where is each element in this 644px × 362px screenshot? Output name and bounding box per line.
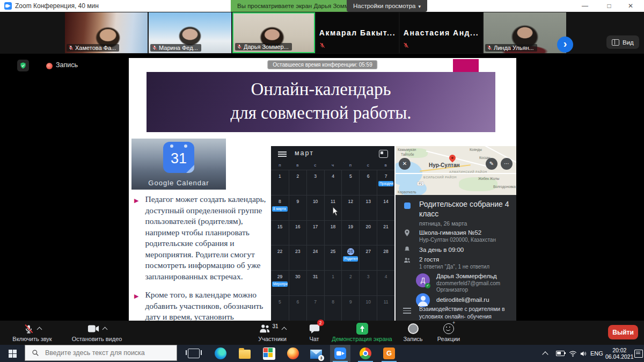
- record-button[interactable]: Запись: [398, 322, 428, 342]
- windows-logo-icon: [9, 350, 17, 358]
- calendar-day-cell[interactable]: 7: [306, 295, 324, 321]
- battery-tray-icon[interactable]: [556, 345, 565, 362]
- reactions-button[interactable]: + Реакции: [432, 322, 465, 342]
- participants-strip: Хаметова Фа... Марина Фед... Дарья Зомме…: [0, 12, 644, 54]
- chrome-taskbar-icon[interactable]: [355, 345, 376, 362]
- calendar-day-cell[interactable]: 6: [359, 170, 377, 195]
- menu-icon[interactable]: [278, 151, 287, 157]
- calendar-day-cell[interactable]: 20: [359, 220, 377, 245]
- search-input[interactable]: [44, 349, 170, 357]
- calendar-today-icon[interactable]: [379, 150, 388, 158]
- minimize-button[interactable]: —: [577, 0, 593, 12]
- calendar-event-chip[interactable]: Праздник: [378, 181, 393, 186]
- calendar-day-cell[interactable]: 28: [377, 245, 394, 270]
- task-view-button[interactable]: [184, 345, 204, 362]
- calendar-day-cell[interactable]: 7Праздник: [377, 170, 394, 195]
- view-settings-dropdown[interactable]: Настройки просмотра▾: [347, 0, 427, 12]
- calendar-day-cell[interactable]: 9: [341, 295, 359, 321]
- calendar-day-cell[interactable]: 5: [341, 170, 359, 195]
- participant-tile-active-speaker[interactable]: Дарья Зоммер...: [232, 12, 315, 53]
- calendar-day-cell[interactable]: 21: [377, 220, 394, 245]
- calendar-day-cell[interactable]: 29Мероприятие: [271, 270, 289, 295]
- calendar-day-cell[interactable]: 26Родительское: [341, 245, 359, 270]
- shield-check-icon: [19, 62, 27, 69]
- share-screen-button[interactable]: Демонстрация экрана: [328, 322, 396, 342]
- calendar-day-cell[interactable]: 18: [324, 220, 342, 245]
- calendar-day-cell[interactable]: 5: [271, 295, 289, 321]
- calendar-day-cell[interactable]: 3: [359, 270, 377, 295]
- calendar-event-chip[interactable]: 8 марта: [272, 206, 288, 212]
- calendar-day-cell[interactable]: 16: [289, 220, 306, 245]
- stop-video-button[interactable]: Остановить видео: [63, 322, 130, 342]
- leave-meeting-button[interactable]: Выйти: [608, 325, 638, 339]
- view-layout-button[interactable]: Вид: [606, 35, 639, 49]
- participant-tile[interactable]: Хаметова Фа...: [65, 12, 148, 53]
- g-app-taskbar-icon[interactable]: G: [379, 345, 399, 362]
- clock-tray[interactable]: 20:0206.04.2021: [605, 345, 634, 362]
- calendar-day-cell[interactable]: 4: [324, 170, 342, 195]
- calendar-event-chip[interactable]: Мероприятие: [272, 281, 288, 287]
- calendar-day-cell[interactable]: 19: [341, 220, 359, 245]
- file-explorer-taskbar-icon[interactable]: [235, 345, 255, 362]
- mic-options-chevron[interactable]: [36, 327, 42, 332]
- calendar-day-number: 2: [349, 274, 352, 279]
- calendar-day-cell[interactable]: 14: [377, 195, 394, 220]
- calendar-day-cell[interactable]: 10: [359, 295, 377, 321]
- tray-expand-button[interactable]: [543, 345, 547, 362]
- volume-tray-icon[interactable]: [580, 345, 588, 362]
- calendar-day-cell[interactable]: 25: [324, 245, 342, 270]
- participant-tile[interactable]: Марина Фед...: [149, 12, 231, 53]
- zoom-taskbar-icon[interactable]: [330, 345, 350, 362]
- calendar-day-cell[interactable]: 1: [271, 170, 289, 195]
- ms-store-taskbar-icon[interactable]: [259, 345, 279, 362]
- close-button[interactable]: ✕: [623, 0, 639, 12]
- start-button[interactable]: [0, 345, 25, 362]
- calendar-day-cell[interactable]: 88 марта: [271, 195, 289, 220]
- action-center-button[interactable]: [634, 345, 643, 362]
- calendar-day-cell[interactable]: 2: [289, 170, 306, 195]
- language-indicator[interactable]: ENG: [590, 345, 603, 362]
- calendar-day-cell[interactable]: 30: [289, 270, 306, 295]
- wifi-tray-icon[interactable]: [569, 345, 577, 362]
- calendar-day-cell[interactable]: 31: [306, 270, 324, 295]
- next-participants-button[interactable]: ›: [557, 37, 573, 53]
- edit-pencil-icon[interactable]: ✎: [486, 158, 497, 170]
- calendar-day-cell[interactable]: 11: [377, 295, 394, 321]
- participant-tile[interactable]: Акмарал Бакыт...: [316, 12, 399, 53]
- participant-tile[interactable]: Линда Ульян...: [484, 12, 566, 53]
- calendar-day-cell[interactable]: 22: [271, 245, 289, 270]
- taskbar-search[interactable]: [25, 345, 177, 361]
- close-icon[interactable]: ✕: [399, 158, 411, 170]
- mail-taskbar-icon[interactable]: 3: [306, 345, 326, 362]
- restore-button[interactable]: □: [601, 0, 617, 12]
- calendar-day-cell[interactable]: 13: [359, 195, 377, 220]
- participant-tile[interactable]: Анастасия Анд...: [400, 12, 482, 53]
- calendar-day-cell[interactable]: 2: [341, 270, 359, 295]
- calendar-day-cell[interactable]: 1: [324, 270, 342, 295]
- calendar-event-chip[interactable]: Родительское: [343, 256, 358, 262]
- bullet-text: Кроме того, в календаре можно добавить у…: [145, 289, 276, 321]
- event-location-map[interactable]: Коянды Косшы Кажымукан Тайтобе Жибек Жол…: [396, 146, 516, 195]
- participant-name: Хаметова Фа...: [75, 45, 116, 51]
- more-options-icon[interactable]: ⋯: [501, 158, 513, 170]
- edge-taskbar-icon[interactable]: [210, 345, 231, 362]
- calendar-day-cell[interactable]: 10: [306, 195, 324, 220]
- firefox-taskbar-icon[interactable]: [283, 345, 303, 362]
- calendar-day-cell[interactable]: 27: [359, 245, 377, 270]
- participants-options-chevron[interactable]: [281, 327, 287, 332]
- chat-button[interactable]: 2 Чат: [299, 322, 329, 342]
- calendar-day-number: 7: [385, 173, 387, 179]
- calendar-day-cell[interactable]: 24: [306, 245, 324, 270]
- calendar-day-cell[interactable]: 6: [289, 295, 306, 321]
- unmute-button[interactable]: Включить звук: [5, 322, 59, 342]
- participants-button[interactable]: 31 Участники: [244, 322, 301, 342]
- calendar-day-cell[interactable]: 15: [271, 220, 289, 245]
- calendar-day-cell[interactable]: 8: [324, 295, 342, 321]
- calendar-day-cell[interactable]: 3: [306, 170, 324, 195]
- video-options-chevron[interactable]: [102, 327, 107, 332]
- calendar-day-cell[interactable]: 4: [377, 270, 394, 295]
- calendar-day-cell[interactable]: 23: [289, 245, 306, 270]
- calendar-day-cell[interactable]: 17: [306, 220, 324, 245]
- calendar-day-cell[interactable]: 9: [289, 195, 306, 220]
- calendar-day-cell[interactable]: 12: [341, 195, 359, 220]
